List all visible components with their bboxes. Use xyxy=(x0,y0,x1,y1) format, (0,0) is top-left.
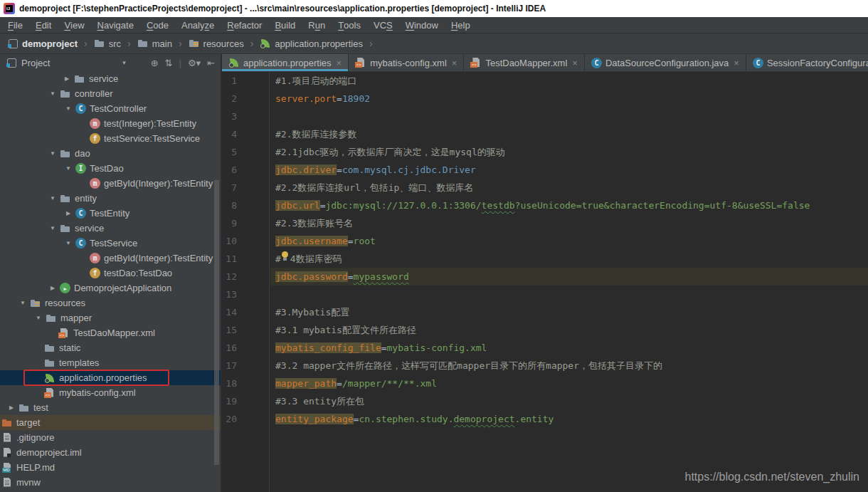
tree-item-label: static xyxy=(59,342,80,353)
breadcrumb-item-src[interactable]: src xyxy=(92,38,122,49)
code-line-10[interactable]: jdbc.username=root xyxy=(270,232,868,250)
chevron-collapsed-icon[interactable]: ▶ xyxy=(4,404,18,411)
chevron-expanded-icon[interactable]: ▼ xyxy=(46,90,60,97)
code-line-12[interactable]: jdbc.password=mypassword xyxy=(270,268,868,286)
tree-item-testdaomapper-xml[interactable]: TestDaoMapper.xml xyxy=(0,325,221,340)
chevron-expanded-icon[interactable]: ▼ xyxy=(16,300,30,306)
chevron-collapsed-icon[interactable]: ▶ xyxy=(61,210,75,216)
breadcrumb-item-demoproject[interactable]: demoproject xyxy=(6,38,79,49)
menu-item-build[interactable]: Build xyxy=(268,17,302,33)
chevron-expanded-icon[interactable]: ▼ xyxy=(46,225,60,231)
code-line-14[interactable]: #3.Mybatis配置 xyxy=(270,303,868,321)
tree-item-controller[interactable]: ▼controller xyxy=(0,86,221,101)
menu-item-run[interactable]: Run xyxy=(302,17,332,33)
breadcrumb-item-main[interactable]: main xyxy=(136,38,174,49)
tree-item-testentity[interactable]: ▶TestEntity xyxy=(0,206,221,221)
tree-item-mybatis-config-xml[interactable]: mybatis-config.xml xyxy=(0,385,221,400)
tab-close-icon[interactable]: × xyxy=(452,58,457,68)
tree-item-demoprojectapplication[interactable]: ▶DemoprojectApplication xyxy=(0,281,221,295)
chevron-expanded-icon[interactable]: ▼ xyxy=(61,105,75,112)
tree-item-dao[interactable]: ▼dao xyxy=(0,146,221,161)
tree-item-test-integer-testentity[interactable]: test(Integer):TestEntity xyxy=(0,116,221,131)
tree-item-resources[interactable]: ▼resources xyxy=(0,295,221,310)
chevron-expanded-icon[interactable]: ▼ xyxy=(46,150,60,157)
menu-item-vcs[interactable]: VCS xyxy=(367,17,399,33)
code-line-11[interactable]: #4数据库密码 xyxy=(270,250,868,268)
chevron-down-icon[interactable]: ▼ xyxy=(121,60,127,66)
tree-item-service[interactable]: ▼service xyxy=(0,221,221,236)
tab-mybatis-config-xml[interactable]: mybatis-config.xml× xyxy=(349,54,464,71)
tree-item-testservice[interactable]: ▼TestService xyxy=(0,236,221,251)
chevron-collapsed-icon[interactable]: ▶ xyxy=(46,285,60,291)
code-line-6[interactable]: jdbc.driver=com.mysql.cj.jdbc.Driver xyxy=(270,161,868,179)
menu-item-edit[interactable]: Edit xyxy=(29,17,58,33)
menu-item-navigate[interactable]: Navigate xyxy=(91,17,140,33)
tree-item-service[interactable]: ▶service xyxy=(0,71,221,86)
tree-item-testcontroller[interactable]: ▼TestController xyxy=(0,101,221,116)
breadcrumb-item-resources[interactable]: resources xyxy=(187,38,245,49)
code-line-1[interactable]: #1.项目启动的端口 xyxy=(270,72,868,90)
tree-item-test[interactable]: ▶test xyxy=(0,400,221,415)
code-line-15[interactable]: #3.1 mybatis配置文件所在路径 xyxy=(270,321,868,339)
collapse-all-icon[interactable]: ⇅ xyxy=(165,58,173,68)
chevron-collapsed-icon[interactable]: ▶ xyxy=(60,75,74,82)
chevron-expanded-icon[interactable]: ▼ xyxy=(46,195,60,201)
tree-item-entity[interactable]: ▼entity xyxy=(0,191,221,206)
tab-close-icon[interactable]: × xyxy=(337,58,342,68)
tab-testdaomapper-xml[interactable]: TestDaoMapper.xml× xyxy=(464,54,584,71)
tree-item-testdao[interactable]: ▼TestDao xyxy=(0,161,221,176)
intention-bulb-icon[interactable] xyxy=(281,251,290,262)
tree-item-gitignore[interactable]: .gitignore xyxy=(0,430,221,445)
tree-item-getbyid-integer-testentity[interactable]: getById(Integer):TestEntity xyxy=(0,251,221,266)
tab-datasourceconfiguration-java[interactable]: DataSourceConfiguration.java× xyxy=(585,54,746,71)
tree-item-demoproject-iml[interactable]: demoproject.iml xyxy=(0,445,221,460)
tree-item-mvnw[interactable]: mvnw xyxy=(0,475,221,490)
tree-item-application-properties[interactable]: application.properties xyxy=(0,370,221,385)
settings-gear-icon[interactable]: ⚙▾ xyxy=(188,58,201,68)
chevron-expanded-icon[interactable]: ▼ xyxy=(61,165,75,172)
project-tree-scrollbar[interactable] xyxy=(214,180,219,465)
code-line-8[interactable]: jdbc.url=jdbc:mysql://127.0.0.1:3306/tes… xyxy=(270,197,868,214)
menu-item-refactor[interactable]: Refactor xyxy=(221,17,268,33)
code-line-17[interactable]: #3.2 mapper文件所在路径，这样写可匹配mapper目录下的所有mapp… xyxy=(270,357,868,375)
code-line-20[interactable]: entity_package=cn.stephen.study.demoproj… xyxy=(270,410,868,428)
chevron-expanded-icon[interactable]: ▼ xyxy=(31,315,46,321)
menu-item-tools[interactable]: Tools xyxy=(332,17,367,33)
tab-application-properties[interactable]: application.properties× xyxy=(222,54,349,71)
menu-item-analyze[interactable]: Analyze xyxy=(175,17,221,33)
locate-icon[interactable]: ⊕ xyxy=(151,58,159,68)
hide-panel-icon[interactable]: ⇤ xyxy=(207,58,215,68)
tab-sessionfactoryconfiguration-java[interactable]: SessionFactoryConfiguration.java× xyxy=(746,54,868,71)
editor-area[interactable]: 1234567891011121314151617181920 #1.项目启动的… xyxy=(222,72,868,492)
tree-item-help-md[interactable]: HELP.md xyxy=(0,460,221,475)
code-line-2[interactable]: server.port=18902 xyxy=(270,90,868,108)
code-line-16[interactable]: mybatis_config_file=mybatis-config.xml xyxy=(270,339,868,357)
project-panel-title[interactable]: Project xyxy=(21,58,50,68)
method-icon xyxy=(90,118,100,129)
code-line-9[interactable]: #2.3数据库账号名 xyxy=(270,214,868,232)
tree-item-static[interactable]: static xyxy=(0,340,221,355)
code-line-7[interactable]: #2.2数据库连接url，包括ip、端口、数据库名 xyxy=(270,179,868,197)
tab-close-icon[interactable]: × xyxy=(734,58,739,68)
code-line-18[interactable]: mapper_path=/mapper/**/**.xml xyxy=(270,375,868,392)
code-line-4[interactable]: #2.数据库连接参数 xyxy=(270,125,868,143)
menu-item-window[interactable]: Window xyxy=(399,17,445,33)
chevron-expanded-icon[interactable]: ▼ xyxy=(61,240,75,246)
breadcrumb-item-application-properties[interactable]: application.properties xyxy=(258,38,364,49)
tree-item-templates[interactable]: templates xyxy=(0,355,221,370)
tree-item-testdao-testdao[interactable]: testDao:TestDao xyxy=(0,266,221,281)
tree-item-getbyid-integer-testentity[interactable]: getById(Integer):TestEntity xyxy=(0,176,221,191)
editor-code[interactable]: #1.项目启动的端口server.port=18902#2.数据库连接参数#2.… xyxy=(270,72,868,492)
menu-item-help[interactable]: Help xyxy=(445,17,477,33)
menu-item-file[interactable]: File xyxy=(1,17,29,33)
code-line-19[interactable]: #3.3 entity所在包 xyxy=(270,392,868,410)
code-line-5[interactable]: #2.1jdbc驱动，示数据库厂商决定，这是mysql的驱动 xyxy=(270,143,868,161)
menu-item-view[interactable]: View xyxy=(58,17,90,33)
menu-item-code[interactable]: Code xyxy=(140,17,175,33)
tab-close-icon[interactable]: × xyxy=(572,58,578,68)
code-line-3[interactable] xyxy=(270,108,868,125)
tree-item-target[interactable]: target xyxy=(0,415,221,430)
code-line-13[interactable] xyxy=(270,286,868,303)
tree-item-testservice-testservice[interactable]: testService:TestService xyxy=(0,131,221,146)
tree-item-mapper[interactable]: ▼mapper xyxy=(0,310,221,325)
